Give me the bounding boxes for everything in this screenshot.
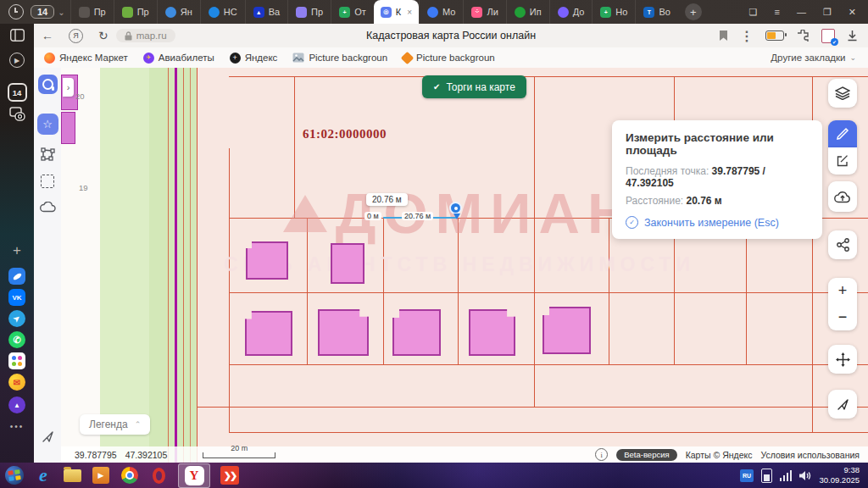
browser-tab[interactable]: ▲Ва — [245, 0, 287, 24]
house-parcel[interactable] — [245, 311, 292, 356]
screenshot-icon[interactable] — [0, 107, 34, 121]
volume-icon[interactable] — [799, 470, 811, 481]
zoom-control[interactable]: + − — [828, 278, 857, 330]
upload-button[interactable] — [828, 181, 857, 212]
navigate-arrow-icon[interactable] — [34, 430, 61, 443]
browser-tab[interactable]: Мо — [419, 0, 463, 24]
bookmark-item[interactable]: Яндекс Маркет — [44, 53, 128, 64]
close-tab-icon[interactable]: × — [407, 8, 412, 17]
edit-button[interactable] — [828, 147, 857, 175]
browser-tab[interactable]: Пр — [287, 0, 331, 24]
house-parcel[interactable] — [331, 243, 364, 284]
battery-tray-icon[interactable] — [761, 469, 772, 483]
minimize-button[interactable]: — — [797, 7, 806, 17]
browser-tab[interactable]: +От — [331, 0, 374, 24]
yandex-apps-icon[interactable] — [0, 352, 34, 369]
cloud-icon[interactable] — [34, 202, 61, 213]
layers-button[interactable] — [828, 79, 857, 108]
terms-link[interactable]: Условия использования — [760, 450, 860, 460]
house-parcel[interactable] — [318, 309, 369, 356]
internet-explorer-icon[interactable]: e — [34, 466, 53, 485]
yandex-home-icon[interactable]: Я — [69, 29, 83, 43]
power-saving-icon[interactable] — [765, 30, 784, 41]
selection-icon[interactable] — [34, 175, 61, 188]
house-parcel[interactable] — [246, 241, 288, 280]
opera-icon[interactable] — [149, 466, 168, 485]
bookmark-icon[interactable] — [719, 30, 728, 42]
browser-tab[interactable]: Пр — [70, 0, 114, 24]
taskbar-clock[interactable]: 9:38 30.09.2025 — [819, 465, 860, 485]
measure-pin[interactable] — [449, 202, 462, 214]
torgi-button[interactable]: ✔ Торги на карте — [422, 75, 526, 98]
yandex-browser-taskbar-active[interactable]: Y — [178, 463, 210, 488]
browser-tab[interactable]: НС — [200, 0, 245, 24]
file-explorer-icon[interactable] — [63, 466, 81, 485]
history-icon[interactable] — [8, 4, 24, 19]
measure-tool-button[interactable] — [828, 120, 857, 147]
house-parcel[interactable] — [542, 307, 591, 354]
bookmark-item[interactable]: ✈Авиабилеты — [143, 53, 214, 64]
bookmark-item[interactable]: Picture backgroun — [292, 53, 387, 63]
info-icon[interactable]: i — [595, 448, 608, 461]
sidebar-more-icon[interactable]: ••• — [0, 422, 34, 431]
back-button[interactable]: ← — [42, 29, 53, 42]
sidebar-expander[interactable]: › — [63, 78, 74, 97]
dzen-icon[interactable] — [0, 268, 34, 285]
bookmark-item[interactable]: Picture backgroun — [403, 53, 495, 63]
legend-button[interactable]: Легенда ⌃ — [80, 414, 150, 435]
active-tab[interactable]: ◎ К × — [374, 0, 419, 24]
chrome-icon[interactable] — [120, 466, 139, 485]
app-logo[interactable] — [34, 75, 61, 94]
cadastral-quarter-number[interactable]: 61:02:0000000 — [303, 127, 387, 141]
cadastral-map[interactable]: 20 19 ДОМИАН СЕТЬ АГЕНТСТВ НЕДВИЖИМОСТИ … — [61, 68, 868, 463]
mail-icon[interactable]: ✉ — [0, 374, 34, 391]
house-parcel[interactable] — [392, 309, 441, 356]
extensions-icon[interactable] — [796, 30, 810, 42]
browser-tab[interactable]: +Но — [592, 0, 635, 24]
network-signal-icon[interactable] — [780, 470, 793, 481]
red-app-icon[interactable]: ❯❯ — [220, 466, 239, 485]
sidebar-toggle-icon[interactable] — [0, 29, 34, 42]
browser-tab[interactable]: Ян — [157, 0, 200, 24]
refresh-button[interactable]: ↻ — [98, 29, 108, 42]
favorites-button[interactable]: ☆ — [34, 114, 61, 135]
check-circle-icon: ✓ — [626, 216, 638, 229]
browser-tab[interactable]: TВо — [635, 0, 677, 24]
address-bar[interactable]: map.ru — [116, 29, 175, 42]
browser-tab[interactable]: Ип — [506, 0, 549, 24]
finish-measure-link[interactable]: ✓ Закончить измерение (Esc) — [626, 216, 809, 229]
tab-panels-icon[interactable]: ❏ — [749, 7, 758, 18]
browser-tab[interactable]: Пр — [114, 0, 157, 24]
alice-icon[interactable]: ▲ — [0, 396, 34, 413]
vk-icon[interactable]: VK — [0, 289, 34, 306]
video-stream-icon[interactable]: ▶ — [0, 53, 34, 68]
tab-count-badge[interactable]: 14 — [0, 83, 34, 102]
menu-icon[interactable]: ≡ — [774, 7, 779, 17]
parcel-polygon[interactable] — [61, 112, 75, 144]
downloads-icon[interactable] — [847, 30, 858, 42]
extension-badge-icon[interactable] — [821, 29, 835, 43]
locate-button[interactable] — [828, 390, 857, 419]
new-tab-button[interactable]: + — [685, 3, 702, 20]
browser-tab[interactable]: ⁘Ли — [463, 0, 505, 24]
other-bookmarks-button[interactable]: Другие закладки⌄ — [771, 53, 868, 63]
house-parcel[interactable] — [469, 309, 515, 356]
close-window-button[interactable]: ✕ — [849, 7, 856, 18]
start-button[interactable] — [4, 465, 25, 486]
bookmark-item[interactable]: +Яндекс — [230, 53, 278, 64]
zoom-out-button[interactable]: − — [838, 304, 848, 330]
area-select-icon[interactable] — [34, 147, 61, 161]
restore-button[interactable]: ❐ — [823, 7, 832, 18]
language-indicator[interactable]: RU — [740, 469, 754, 482]
telegram-icon[interactable]: ➤ — [0, 310, 34, 327]
browser-tab[interactable]: До — [549, 0, 593, 24]
share-button[interactable] — [828, 230, 857, 259]
whatsapp-icon[interactable]: ✆ — [0, 331, 34, 348]
pan-button[interactable] — [828, 345, 857, 374]
add-panel-icon[interactable]: + — [0, 242, 34, 259]
tab-counter[interactable]: 14 — [31, 5, 54, 19]
zoom-in-button[interactable]: + — [838, 278, 848, 304]
more-options-icon[interactable]: ⋮ — [740, 28, 754, 44]
chevron-down-icon[interactable]: ⌄ — [58, 8, 64, 17]
media-player-icon[interactable]: ▶ — [92, 466, 110, 485]
